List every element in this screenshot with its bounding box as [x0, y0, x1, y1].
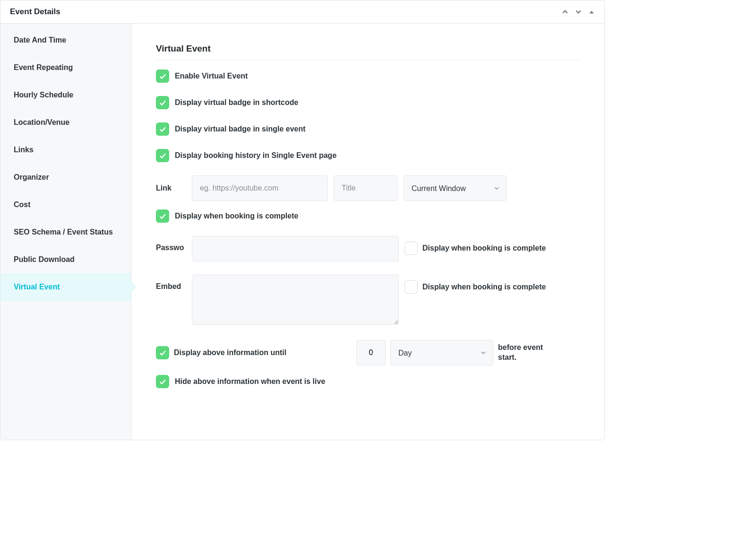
booking-history-checkbox[interactable] [156, 149, 169, 162]
password-display-label: Display when booking is complete [422, 244, 546, 252]
sidebar-item-cost[interactable]: Cost [0, 191, 131, 218]
badge-single-row: Display virtual badge in single event [156, 122, 580, 136]
sidebar-item-organizer[interactable]: Organizer [0, 164, 131, 191]
panel-header: Event Details [0, 0, 604, 24]
badge-single-checkbox[interactable] [156, 122, 169, 136]
event-details-panel: Event Details Date And Time Event Repeat… [0, 0, 605, 440]
link-label: Link [156, 184, 186, 192]
sidebar: Date And Time Event Repeating Hourly Sch… [0, 24, 131, 440]
until-unit-select[interactable]: Day [390, 340, 493, 366]
section-title: Virtual Event [156, 44, 580, 60]
until-checkbox[interactable] [156, 346, 169, 359]
collapse-icon[interactable] [588, 9, 595, 15]
sidebar-item-event-repeating[interactable]: Event Repeating [0, 54, 131, 81]
embed-display-group: Display when booking is complete [404, 275, 546, 294]
hide-when-live-checkbox[interactable] [156, 375, 169, 388]
panel-title: Event Details [10, 7, 60, 17]
badge-single-label: Display virtual badge in single event [175, 125, 306, 133]
link-group: Current Window [192, 175, 507, 201]
booking-history-row: Display booking history in Single Event … [156, 149, 580, 162]
sidebar-item-date-and-time[interactable]: Date And Time [0, 26, 131, 54]
link-display-complete-row: Display when booking is complete [156, 209, 580, 223]
sidebar-item-links[interactable]: Links [0, 136, 131, 164]
embed-display-label: Display when booking is complete [422, 283, 546, 291]
link-title-input[interactable] [334, 175, 398, 201]
enable-virtual-event-label: Enable Virtual Event [175, 72, 248, 80]
until-label: Display above information until [174, 348, 352, 357]
password-row: Passwo Display when booking is complete [156, 236, 580, 261]
link-target-select[interactable]: Current Window [404, 175, 507, 201]
booking-history-label: Display booking history in Single Event … [175, 151, 336, 160]
virtual-event-content: Virtual Event Enable Virtual Event Displ… [131, 24, 604, 440]
badge-shortcode-checkbox[interactable] [156, 96, 169, 109]
link-url-input[interactable] [192, 175, 328, 201]
sidebar-item-public-download[interactable]: Public Download [0, 246, 131, 273]
password-input[interactable] [192, 236, 399, 261]
password-display-group: Display when booking is complete [404, 236, 546, 255]
sidebar-item-location-venue[interactable]: Location/Venue [0, 109, 131, 136]
panel-body: Date And Time Event Repeating Hourly Sch… [0, 24, 604, 440]
password-display-checkbox[interactable] [404, 242, 418, 255]
sidebar-item-hourly-schedule[interactable]: Hourly Schedule [0, 81, 131, 109]
embed-textarea[interactable] [192, 275, 399, 325]
link-display-complete-label: Display when booking is complete [175, 212, 298, 220]
password-label: Passwo [156, 236, 186, 252]
until-value-input[interactable] [356, 340, 386, 366]
badge-shortcode-row: Display virtual badge in shortcode [156, 96, 580, 109]
until-row: Display above information until Day befo… [156, 340, 580, 366]
enable-virtual-event-row: Enable Virtual Event [156, 70, 580, 83]
embed-label: Embed [156, 275, 186, 291]
hide-when-live-label: Hide above information when event is liv… [175, 377, 325, 386]
link-row: Link Current Window [156, 175, 580, 201]
panel-controls [562, 9, 595, 15]
move-up-icon[interactable] [562, 9, 568, 15]
move-down-icon[interactable] [575, 9, 582, 15]
embed-row: Embed Display when booking is complete [156, 275, 580, 325]
sidebar-item-seo-schema[interactable]: SEO Schema / Event Status [0, 218, 131, 246]
badge-shortcode-label: Display virtual badge in shortcode [175, 98, 298, 107]
enable-virtual-event-checkbox[interactable] [156, 70, 169, 83]
link-display-complete-checkbox[interactable] [156, 209, 169, 223]
hide-when-live-row: Hide above information when event is liv… [156, 375, 580, 388]
embed-display-checkbox[interactable] [404, 280, 418, 294]
sidebar-item-virtual-event[interactable]: Virtual Event [0, 273, 131, 301]
until-suffix: before event start. [498, 343, 555, 363]
